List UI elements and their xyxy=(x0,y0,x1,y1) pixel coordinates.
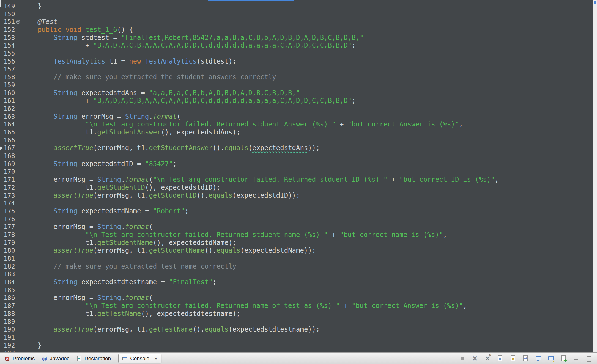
line-number[interactable]: 162 xyxy=(0,105,22,113)
terminate-icon[interactable] xyxy=(459,355,466,362)
line-number[interactable]: 157 xyxy=(0,65,22,73)
line-number[interactable]: 173 xyxy=(0,192,22,200)
code-line[interactable]: 167 assertTrue(errorMsg, t1.getStudentAn… xyxy=(0,144,593,152)
code-line[interactable]: 159 xyxy=(0,81,593,89)
line-number[interactable]: 160 xyxy=(0,89,22,97)
line-number[interactable]: 185 xyxy=(0,286,22,294)
code-line[interactable]: 164 "\n Test arg constructor failed. Ret… xyxy=(0,120,593,128)
minimize-icon[interactable] xyxy=(573,355,580,362)
line-number[interactable]: 156 xyxy=(0,57,22,65)
line-number[interactable]: 165 xyxy=(0,128,22,136)
tab-console[interactable]: Console× xyxy=(118,354,161,363)
open-console-icon[interactable] xyxy=(560,355,567,362)
word-wrap-icon[interactable] xyxy=(522,355,529,362)
code-line[interactable]: 192 } xyxy=(0,341,593,349)
code-line[interactable]: 173 assertTrue(errorMsg, t1.getStudentID… xyxy=(0,192,593,200)
code-line[interactable]: 150 xyxy=(0,10,593,18)
code-line[interactable]: 161 + "B,A,D,A,C,B,A,A,C,A,A,D,D,C,d,d,d… xyxy=(0,97,593,105)
code-line[interactable]: 166 xyxy=(0,136,593,144)
code-line[interactable]: 186 errorMsg = String.format( xyxy=(0,294,593,302)
line-number[interactable]: 179 xyxy=(0,239,22,247)
line-number[interactable]: 151 xyxy=(0,18,22,26)
line-number[interactable]: 189 xyxy=(0,318,22,326)
line-number[interactable]: 154 xyxy=(0,42,22,49)
maximize-icon[interactable] xyxy=(585,355,593,362)
code-line[interactable]: 155 xyxy=(0,49,593,57)
line-number[interactable]: 166 xyxy=(0,136,22,144)
line-number[interactable]: 161 xyxy=(0,97,22,105)
line-number[interactable]: 171 xyxy=(0,176,22,184)
line-number[interactable]: 183 xyxy=(0,270,22,278)
line-number[interactable]: 180 xyxy=(0,247,22,255)
overview-ruler[interactable] xyxy=(593,0,597,352)
code-line[interactable]: 149 } xyxy=(0,2,593,10)
code-editor[interactable]: 149 }150151 @Test152 public void test_1_… xyxy=(0,0,593,352)
line-number[interactable]: 150 xyxy=(0,10,22,18)
overview-ruler-marker[interactable] xyxy=(594,1,596,4)
line-number[interactable]: 175 xyxy=(0,207,22,215)
line-number[interactable]: 190 xyxy=(0,326,22,333)
fold-collapse-icon[interactable] xyxy=(16,20,20,24)
code-line[interactable]: 175 String expectedstdName = "Robert"; xyxy=(0,207,593,215)
line-number[interactable]: 184 xyxy=(0,278,22,286)
line-number[interactable]: 176 xyxy=(0,215,22,223)
line-number[interactable]: 168 xyxy=(0,152,22,160)
remove-all-terminated-icon[interactable] xyxy=(484,355,491,362)
line-number[interactable]: 159 xyxy=(0,81,22,89)
code-line[interactable]: 176 xyxy=(0,215,593,223)
line-number[interactable]: 186 xyxy=(0,294,22,302)
line-number[interactable]: 163 xyxy=(0,113,22,121)
line-number[interactable]: 174 xyxy=(0,199,22,207)
clear-console-icon[interactable] xyxy=(497,355,504,362)
code-line[interactable]: 172 t1.getStudentID(), expectedstdID); xyxy=(0,184,593,192)
line-number[interactable]: 181 xyxy=(0,255,22,263)
code-line[interactable]: 174 xyxy=(0,199,593,207)
console-tab-close-icon[interactable]: × xyxy=(154,355,158,361)
tab-declaration[interactable]: Declaration xyxy=(73,353,114,364)
code-line[interactable]: 163 String errorMsg = String.format( xyxy=(0,113,593,121)
line-number[interactable]: 187 xyxy=(0,302,22,310)
code-line[interactable]: 158 // make sure you extracted the stude… xyxy=(0,73,593,81)
code-line[interactable]: 182 // make sure you extracted test name… xyxy=(0,263,593,271)
code-line[interactable]: 181 xyxy=(0,255,593,263)
code-line[interactable]: 169 String expectedstdID = "85427"; xyxy=(0,160,593,168)
line-number[interactable]: 182 xyxy=(0,263,22,271)
pin-console-icon[interactable] xyxy=(535,355,542,362)
line-number[interactable]: 172 xyxy=(0,184,22,192)
line-number[interactable]: 149 xyxy=(0,2,22,10)
line-number[interactable]: 164 xyxy=(0,120,22,128)
code-line[interactable]: 190 assertTrue(errorMsg, t1.getTestName(… xyxy=(0,326,593,333)
line-number[interactable]: 178 xyxy=(0,231,22,239)
line-number[interactable]: 152 xyxy=(0,26,22,34)
code-line[interactable]: 160 String expectedstdAns = "a,a,B,a,C,B… xyxy=(0,89,593,97)
code-line[interactable]: 179 t1.getStudentName(), expectedstdName… xyxy=(0,239,593,247)
code-line[interactable]: 154 + "B,A,D,A,C,B,A,A,C,A,A,D,D,C,d,d,d… xyxy=(0,42,593,49)
code-line[interactable]: 193 xyxy=(0,349,593,352)
line-number[interactable]: 188 xyxy=(0,310,22,318)
code-line[interactable]: 156 TestAnalytics t1 = new TestAnalytics… xyxy=(0,57,593,65)
scroll-lock-icon[interactable] xyxy=(509,355,517,362)
tab-javadoc[interactable]: Javadoc xyxy=(38,353,73,364)
code-line[interactable]: 162 xyxy=(0,105,593,113)
code-line[interactable]: 180 assertTrue(errorMsg, t1.getStudentNa… xyxy=(0,247,593,255)
code-line[interactable]: 151 @Test xyxy=(0,18,593,26)
line-number[interactable]: 167 xyxy=(0,144,22,152)
line-number[interactable]: 192 xyxy=(0,341,22,349)
code-line[interactable]: 187 "\n Test arg constructor failed. Ret… xyxy=(0,302,593,310)
code-line[interactable]: 183 xyxy=(0,270,593,278)
code-line[interactable]: 184 String expectedstdtestname = "FinalT… xyxy=(0,278,593,286)
code-line[interactable]: 189 xyxy=(0,318,593,326)
code-line[interactable]: 177 errorMsg = String.format( xyxy=(0,223,593,231)
code-line[interactable]: 188 t1.getTestName(), expectedstdtestnam… xyxy=(0,310,593,318)
display-selected-console-icon[interactable] xyxy=(547,355,555,362)
code-line[interactable]: 152 public void test_1_6() { xyxy=(0,26,593,34)
line-number[interactable]: 169 xyxy=(0,160,22,168)
code-line[interactable]: 153 String stdtest = "FinalTest,Robert,8… xyxy=(0,34,593,42)
line-number[interactable]: 177 xyxy=(0,223,22,231)
code-line[interactable]: 165 t1.getStudentAnswer(), expectedstdAn… xyxy=(0,128,593,136)
line-number[interactable]: 158 xyxy=(0,73,22,81)
code-line[interactable]: 168 xyxy=(0,152,593,160)
code-line[interactable]: 191 xyxy=(0,333,593,341)
line-number[interactable]: 193 xyxy=(0,349,22,352)
line-number[interactable]: 191 xyxy=(0,333,22,341)
